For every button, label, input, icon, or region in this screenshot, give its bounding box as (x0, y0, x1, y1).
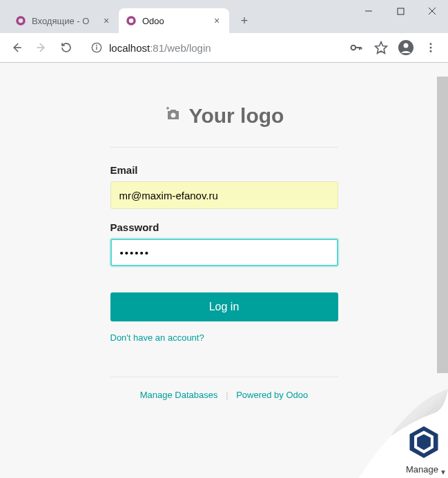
svg-point-11 (351, 46, 356, 50)
menu-dots-icon[interactable] (419, 36, 442, 59)
email-label: Email (110, 164, 338, 176)
logo-section: Your logo (110, 104, 338, 148)
login-form: Your logo Email Password Log in Don't ha… (110, 104, 338, 400)
svg-point-0 (17, 17, 24, 24)
svg-point-18 (430, 43, 432, 45)
logo-text: Your logo (189, 104, 284, 128)
url-path: /web/login (164, 42, 211, 54)
reload-button[interactable] (55, 37, 77, 59)
password-label: Password (110, 221, 338, 233)
maximize-button[interactable] (384, 0, 416, 22)
tab-active[interactable]: Odoo × (119, 8, 229, 33)
svg-rect-23 (167, 107, 168, 110)
url-host: localhost (109, 42, 150, 54)
profile-avatar-icon[interactable] (394, 36, 418, 59)
svg-marker-15 (376, 42, 387, 54)
login-button[interactable]: Log in (110, 292, 338, 321)
svg-rect-3 (398, 8, 404, 14)
powered-by-link[interactable]: Powered by Odoo (236, 390, 308, 400)
password-key-icon[interactable] (344, 36, 368, 59)
close-tab-icon[interactable]: × (101, 15, 112, 26)
address-bar[interactable]: localhost:81/web/login (84, 37, 338, 58)
scrollbar[interactable] (437, 77, 448, 373)
forward-button[interactable] (30, 37, 52, 59)
email-field[interactable] (110, 181, 338, 209)
odoo-favicon-icon (15, 15, 26, 26)
svg-point-20 (430, 50, 432, 52)
close-tab-icon[interactable]: × (211, 15, 222, 26)
tab-title: Odoo (142, 16, 207, 26)
site-info-icon[interactable] (91, 42, 102, 53)
footer-separator: | (226, 390, 228, 400)
chevron-down-icon[interactable]: ▼ (440, 468, 447, 476)
tab-inactive[interactable]: Входящие - О × (8, 8, 119, 33)
email-group: Email (110, 164, 338, 209)
url-port: :81 (150, 42, 164, 54)
browser-chrome: Входящие - О × Odoo × + (0, 0, 448, 63)
password-field[interactable] (110, 239, 338, 266)
odoo-favicon-icon (126, 15, 137, 26)
new-tab-button[interactable]: + (235, 11, 254, 30)
svg-point-19 (430, 47, 432, 49)
window-close-button[interactable] (416, 0, 448, 22)
page-content: Your logo Email Password Log in Don't ha… (0, 63, 448, 478)
tab-bar: Входящие - О × Odoo × + (0, 0, 448, 33)
tab-title: Входящие - О (32, 16, 97, 26)
bitnami-badge[interactable]: Manage ▼ (358, 389, 448, 478)
signup-link[interactable]: Don't have an account? (110, 332, 204, 343)
minimize-button[interactable] (353, 0, 384, 22)
window-controls (353, 0, 448, 25)
svg-point-21 (171, 113, 175, 118)
browser-toolbar: localhost:81/web/login (0, 33, 448, 62)
badge-label: Manage (406, 464, 438, 475)
svg-point-10 (97, 45, 97, 46)
svg-point-17 (404, 43, 409, 48)
bitnami-logo-icon (409, 426, 438, 461)
password-group: Password (110, 221, 338, 266)
camera-placeholder-icon (164, 106, 182, 126)
footer-links: Manage Databases | Powered by Odoo (110, 377, 338, 400)
svg-point-1 (128, 17, 135, 24)
manage-databases-link[interactable]: Manage Databases (140, 390, 218, 400)
back-button[interactable] (6, 37, 28, 59)
bookmark-star-icon[interactable] (369, 36, 393, 59)
